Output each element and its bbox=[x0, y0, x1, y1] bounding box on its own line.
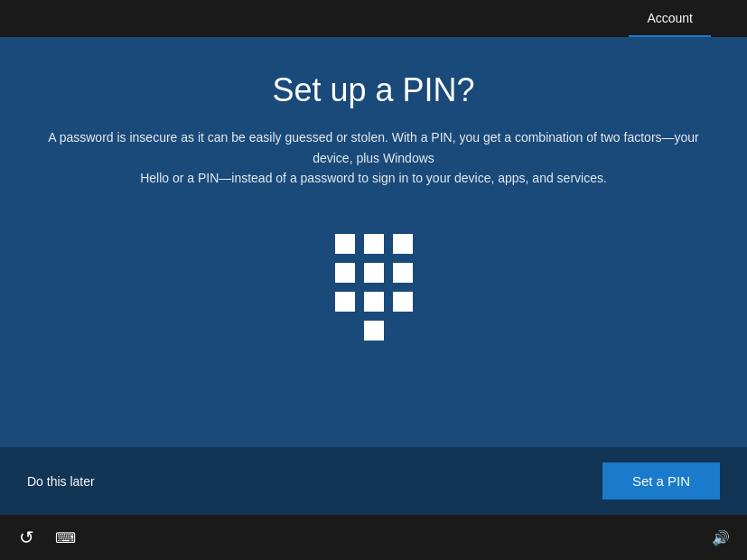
skip-button[interactable]: Do this later bbox=[27, 474, 95, 489]
numpad-icon bbox=[335, 234, 413, 341]
keyboard-icon[interactable] bbox=[52, 525, 78, 550]
bottom-action-bar: Do this later Set a PIN bbox=[0, 447, 747, 515]
numpad-dot-1 bbox=[335, 234, 355, 254]
numpad-dot-7 bbox=[335, 292, 355, 312]
numpad-dot-6 bbox=[393, 263, 413, 283]
page-title: Set up a PIN? bbox=[272, 71, 474, 109]
numpad-dot-3 bbox=[393, 234, 413, 254]
volume-icon[interactable] bbox=[708, 525, 733, 550]
numpad-dot-5 bbox=[364, 263, 384, 283]
set-pin-button[interactable]: Set a PIN bbox=[602, 462, 720, 499]
numpad-dot-0 bbox=[364, 321, 384, 341]
footer-bar bbox=[0, 515, 747, 560]
page-description: A password is insecure as it can be easi… bbox=[31, 127, 717, 188]
account-tab[interactable]: Account bbox=[629, 0, 711, 37]
numpad-dot-9 bbox=[393, 292, 413, 312]
numpad-dot-4 bbox=[335, 263, 355, 283]
footer-left bbox=[14, 525, 78, 550]
numpad-dot-8 bbox=[364, 292, 384, 312]
accessibility-icon[interactable] bbox=[14, 525, 39, 550]
numpad-dot-2 bbox=[364, 234, 384, 254]
top-bar: Account bbox=[0, 0, 747, 37]
main-content: Set up a PIN? A password is insecure as … bbox=[0, 37, 747, 447]
